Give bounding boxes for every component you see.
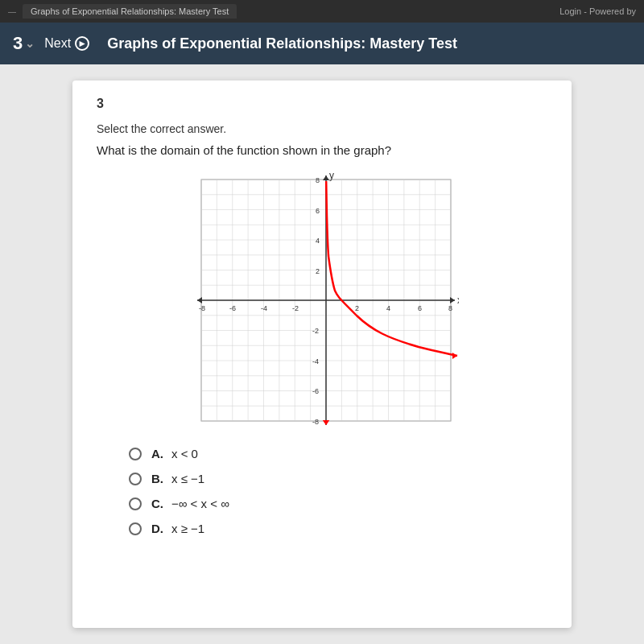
svg-text:-4: -4 <box>312 357 319 365</box>
question-number-display: 3 ⌄ <box>13 33 35 54</box>
browser-tab-label: Graphs of Exponential Relationships: Mas… <box>31 6 229 16</box>
answer-label-b: B. x ≤ −1 <box>151 472 204 485</box>
answer-option-a[interactable]: A. x < 0 <box>129 447 547 460</box>
app-header: 3 ⌄ Next ► Graphs of Exponential Relatio… <box>0 23 644 64</box>
svg-text:-6: -6 <box>312 387 319 395</box>
svg-text:-8: -8 <box>312 418 319 426</box>
answer-key-a: A. <box>151 447 163 460</box>
svg-text:4: 4 <box>386 304 390 312</box>
next-button[interactable]: Next ► <box>44 36 89 51</box>
radio-c[interactable] <box>129 497 142 510</box>
answer-text-a: x < 0 <box>171 447 198 460</box>
answer-label-a: A. x < 0 <box>151 447 198 460</box>
svg-text:8: 8 <box>448 304 452 312</box>
svg-marker-38 <box>197 297 202 303</box>
next-circle-icon: ► <box>75 36 89 51</box>
svg-text:6: 6 <box>316 207 320 215</box>
svg-marker-59 <box>323 420 329 425</box>
answer-text-d: x ≥ −1 <box>171 522 204 535</box>
page-title: Graphs of Exponential Relationships: Mas… <box>107 35 457 52</box>
svg-text:4: 4 <box>316 237 320 245</box>
answer-label-c: C. −∞ < x < ∞ <box>151 497 229 510</box>
browser-tab[interactable]: Graphs of Exponential Relationships: Mas… <box>23 4 237 19</box>
answer-text-b: x ≤ −1 <box>171 472 204 485</box>
question-body: What is the domain of the function shown… <box>97 143 547 157</box>
answer-text-c: −∞ < x < ∞ <box>171 497 229 510</box>
svg-text:-2: -2 <box>312 327 319 335</box>
answer-option-c[interactable]: C. −∞ < x < ∞ <box>129 497 547 510</box>
svg-text:2: 2 <box>355 304 359 312</box>
svg-text:x: x <box>457 295 459 306</box>
radio-b[interactable] <box>129 473 142 485</box>
answer-label-d: D. x ≥ −1 <box>151 522 204 535</box>
instruction-text: Select the correct answer. <box>97 122 547 135</box>
answer-options: A. x < 0 B. x ≤ −1 C. −∞ < x < ∞ <box>97 447 547 535</box>
question-number-label: 3 <box>97 97 547 111</box>
svg-text:-8: -8 <box>199 304 205 312</box>
answer-option-b[interactable]: B. x ≤ −1 <box>129 472 547 485</box>
svg-marker-60 <box>452 353 457 359</box>
browser-bar: — Graphs of Exponential Relationships: M… <box>0 0 644 23</box>
svg-text:-6: -6 <box>229 304 236 312</box>
content-card: 3 Select the correct answer. What is the… <box>72 80 572 628</box>
svg-text:-4: -4 <box>261 304 267 312</box>
svg-text:-2: -2 <box>292 304 299 312</box>
svg-text:6: 6 <box>418 304 422 312</box>
svg-text:y: y <box>329 171 334 181</box>
answer-key-d: D. <box>151 522 163 535</box>
chevron-down-icon[interactable]: ⌄ <box>25 37 35 50</box>
browser-login: Login - Powered by <box>559 6 636 16</box>
graph-svg: x y -8 -6 -4 -2 2 4 6 8 <box>185 171 459 429</box>
answer-option-d[interactable]: D. x ≥ −1 <box>129 522 547 535</box>
svg-text:8: 8 <box>316 176 320 184</box>
svg-marker-37 <box>450 297 455 303</box>
answer-key-c: C. <box>151 497 163 510</box>
answer-key-b: B. <box>151 472 163 485</box>
graph-container: x y -8 -6 -4 -2 2 4 6 8 <box>97 171 547 429</box>
main-content: 3 Select the correct answer. What is the… <box>0 64 644 644</box>
next-label: Next <box>44 36 71 51</box>
question-num-value: 3 <box>13 33 23 54</box>
radio-a[interactable] <box>129 448 142 460</box>
svg-text:2: 2 <box>316 267 320 275</box>
radio-d[interactable] <box>129 522 142 535</box>
browser-dots: — <box>8 7 16 16</box>
svg-marker-39 <box>323 175 329 180</box>
